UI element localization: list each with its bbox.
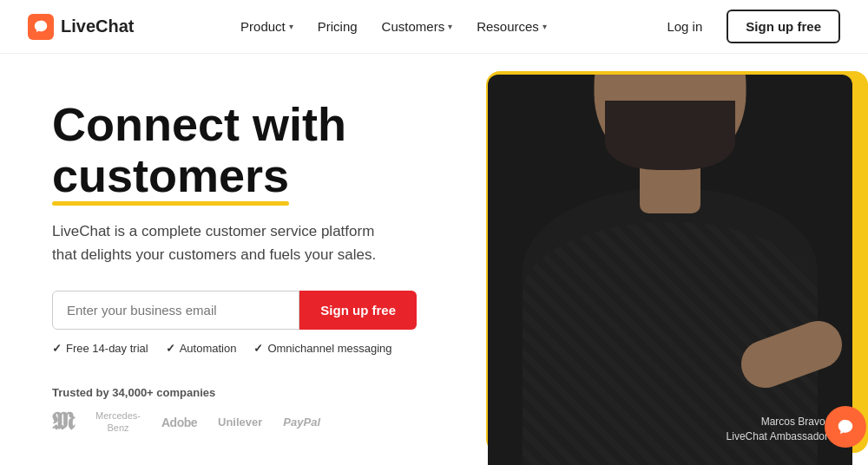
logo-text: LiveChat (61, 16, 134, 36)
hero-right: Marcos Bravo, LiveChat Ambassador (451, 54, 868, 465)
feature-trial: ✓ Free 14-day trial (52, 342, 148, 355)
trust-text: Trusted by 34,000+ companies (52, 386, 417, 399)
hero-features: ✓ Free 14-day trial ✓ Automation ✓ Omnic… (52, 342, 417, 355)
check-icon-automation: ✓ (166, 342, 175, 355)
navbar: LiveChat Product ▾ Pricing Customers ▾ R… (0, 0, 868, 54)
cta-button[interactable]: Sign up free (299, 291, 417, 330)
trust-logos: 𝕸 Mercedes-Benz Adobe Unilever PayPal (52, 408, 417, 436)
nav-customers[interactable]: Customers ▾ (372, 12, 464, 41)
mcdonalds-logo: 𝕸 (52, 408, 75, 436)
chevron-down-icon: ▾ (289, 22, 293, 31)
nav-resources[interactable]: Resources ▾ (466, 12, 557, 41)
signup-button[interactable]: Sign up free (727, 10, 840, 43)
chat-icon (836, 417, 855, 436)
logo-icon (28, 14, 54, 40)
hero-subtext: LiveChat is a complete customer service … (52, 219, 382, 266)
hero-form: Sign up free (52, 291, 417, 330)
logo[interactable]: LiveChat (28, 14, 134, 40)
hero-headline-customers: customers (52, 150, 289, 201)
login-button[interactable]: Log in (653, 12, 716, 41)
chevron-down-icon-customers: ▾ (448, 22, 452, 31)
adobe-logo: Adobe (161, 416, 197, 429)
check-icon-omnichannel: ✓ (253, 342, 263, 355)
chat-bubble-button[interactable] (825, 406, 866, 448)
unilever-logo: Unilever (218, 416, 262, 429)
ambassador-label: Marcos Bravo, LiveChat Ambassador (727, 415, 828, 444)
nav-actions: Log in Sign up free (653, 10, 840, 43)
ambassador-photo: Marcos Bravo, LiveChat Ambassador (488, 75, 852, 465)
feature-automation: ✓ Automation (166, 342, 237, 355)
livechat-icon (33, 19, 49, 35)
paypal-logo: PayPal (283, 416, 320, 429)
feature-omnichannel: ✓ Omnichannel messaging (253, 342, 391, 355)
mercedes-logo: Mercedes-Benz (95, 410, 141, 433)
nav-pricing[interactable]: Pricing (307, 12, 368, 41)
email-input[interactable] (52, 291, 299, 330)
hero-left: Connect with customers LiveChat is a com… (0, 54, 451, 465)
hero-trust: Trusted by 34,000+ companies 𝕸 Mercedes-… (52, 386, 417, 436)
hero-headline: Connect with customers (52, 99, 417, 202)
nav-product[interactable]: Product ▾ (230, 12, 304, 41)
hero-section: Connect with customers LiveChat is a com… (0, 54, 868, 465)
check-icon-trial: ✓ (52, 342, 62, 355)
nav-links: Product ▾ Pricing Customers ▾ Resources … (230, 12, 557, 41)
chevron-down-icon-resources: ▾ (542, 22, 547, 31)
